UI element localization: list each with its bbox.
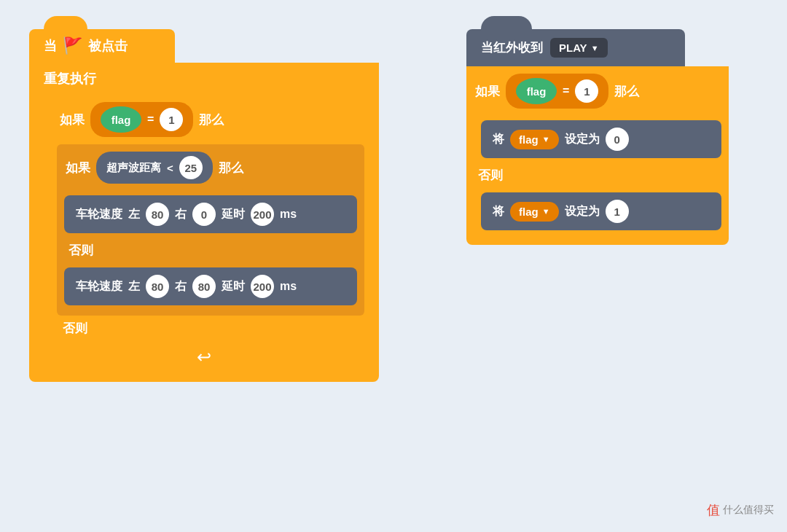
right-if-block[interactable]: 如果 flag = 1 那么 bbox=[466, 66, 729, 116]
wheel2-right-val: 80 bbox=[192, 275, 216, 298]
else-label-2: 否则 bbox=[51, 316, 370, 341]
set-var-block-2[interactable]: 将 flag ▼ 设定为 1 bbox=[481, 192, 721, 230]
watermark-logo: 值 bbox=[707, 501, 720, 519]
var-dropdown-1[interactable]: flag ▼ bbox=[510, 130, 559, 149]
right-body: 如果 flag = 1 那么 将 flag ▼ bbox=[466, 66, 729, 245]
bottom-arrow: ↩ bbox=[29, 341, 379, 373]
if-block-1[interactable]: 如果 flag = 1 那么 bbox=[51, 95, 370, 144]
wheel1-delay-val: 200 bbox=[251, 203, 274, 226]
right-block-group: 当红外收到 PLAY ▼ 如果 flag = 1 那么 bbox=[466, 29, 729, 245]
wheel-block-1[interactable]: 车轮速度 左 80 右 0 延时 200 ms bbox=[64, 195, 357, 233]
inner-c-block: 如果 超声波距离 < 25 那么 车轮速度 左 bbox=[57, 144, 364, 316]
watermark: 值 什么值得买 bbox=[707, 501, 774, 519]
else-label-1: 否则 bbox=[57, 238, 364, 263]
right-flag-oval: flag bbox=[516, 78, 557, 104]
set1-val-circle: 0 bbox=[606, 128, 629, 151]
ir-hat-block[interactable]: 当红外收到 PLAY ▼ bbox=[466, 29, 685, 66]
val-circle-2: 25 bbox=[179, 156, 203, 179]
flag-oval: flag bbox=[101, 106, 141, 133]
wheel2-delay-val: 200 bbox=[251, 275, 274, 298]
var1-dropdown-arrow: ▼ bbox=[542, 135, 550, 144]
val-circle-1: 1 bbox=[160, 108, 183, 131]
workspace: 当 🚩 被点击 重复执行 如果 flag = bbox=[0, 0, 787, 532]
if-block-2[interactable]: 如果 超声波距离 < 25 那么 bbox=[57, 144, 364, 191]
wheel-block-2[interactable]: 车轮速度 左 80 右 80 延时 200 ms bbox=[64, 267, 357, 305]
hat-pre-label: 当 bbox=[44, 37, 57, 55]
var-dropdown-2[interactable]: flag ▼ bbox=[510, 202, 559, 222]
repeat-block[interactable]: 重复执行 bbox=[29, 63, 379, 95]
right-else-label: 否则 bbox=[466, 163, 729, 188]
hat-block-flag[interactable]: 当 🚩 被点击 bbox=[29, 29, 175, 63]
watermark-text: 什么值得买 bbox=[723, 504, 774, 517]
right-val-circle: 1 bbox=[575, 79, 598, 103]
var2-dropdown-arrow: ▼ bbox=[542, 207, 550, 216]
wheel2-left-val: 80 bbox=[146, 275, 169, 298]
play-button[interactable]: PLAY ▼ bbox=[550, 38, 608, 58]
wheel1-left-val: 80 bbox=[146, 203, 169, 226]
condition-pill-1: flag = 1 bbox=[90, 102, 193, 137]
right-condition-pill: flag = 1 bbox=[506, 74, 608, 109]
outer-c-block: 如果 flag = 1 那么 bbox=[29, 95, 379, 382]
left-block-group: 当 🚩 被点击 重复执行 如果 flag = bbox=[29, 29, 379, 382]
set-var-block-1[interactable]: 将 flag ▼ 设定为 0 bbox=[481, 120, 721, 158]
hat-post-label: 被点击 bbox=[88, 37, 128, 55]
wheel1-right-val: 0 bbox=[192, 203, 216, 226]
play-dropdown-arrow: ▼ bbox=[591, 44, 599, 52]
condition-pill-2: 超声波距离 < 25 bbox=[96, 152, 213, 184]
flag-icon: 🚩 bbox=[63, 36, 82, 55]
set2-val-circle: 1 bbox=[606, 200, 629, 223]
